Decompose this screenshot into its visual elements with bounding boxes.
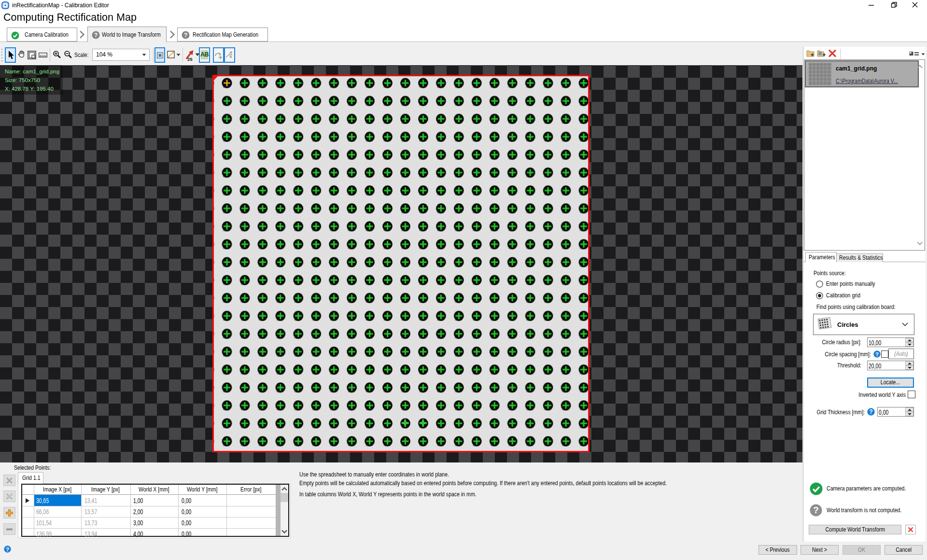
svg-text:?: ? xyxy=(875,351,879,357)
svg-text:?: ? xyxy=(869,408,872,415)
svg-text:?: ? xyxy=(6,546,9,552)
svg-text:?: ? xyxy=(94,32,98,39)
svg-text:25: 25 xyxy=(187,56,193,61)
svg-text:?: ? xyxy=(184,32,188,39)
svg-text:?: ? xyxy=(813,505,819,515)
